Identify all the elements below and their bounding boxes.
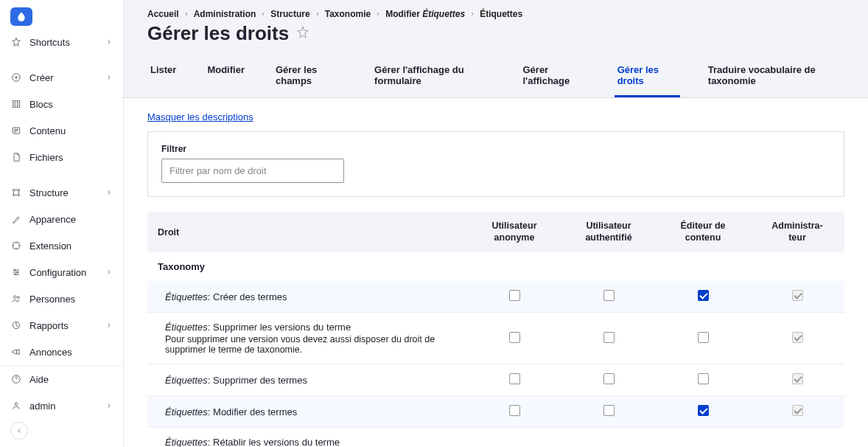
main: Accueil Administration Structure Taxonom… — [124, 0, 868, 447]
section-label: Taxonomy — [147, 252, 844, 281]
sidebar: Shortcuts Créer Blocs Contenu Fichiers S… — [0, 0, 124, 447]
checkbox-anon[interactable] — [509, 332, 520, 343]
collapse-sidebar-button[interactable] — [10, 422, 28, 440]
chevron-right-icon — [315, 9, 321, 19]
megaphone-icon — [10, 346, 22, 358]
breadcrumb-link[interactable]: Modifier Étiquettes — [385, 9, 465, 19]
checkbox-editor[interactable] — [698, 405, 709, 416]
extension-icon — [10, 240, 22, 252]
checkbox-editor[interactable] — [698, 290, 709, 301]
table-row: Étiquettes: Créer des termes — [147, 281, 844, 313]
brush-icon — [10, 213, 22, 225]
page-title: Gérer les droits — [147, 22, 289, 45]
sidebar-item-shortcuts[interactable]: Shortcuts — [0, 29, 123, 55]
people-icon — [10, 293, 22, 305]
reports-icon — [10, 319, 22, 331]
sidebar-item-personnes[interactable]: Personnes — [0, 285, 123, 312]
chevron-right-icon — [105, 267, 113, 278]
filter-input[interactable] — [161, 159, 344, 183]
sidebar-item-label: Annonces — [29, 347, 113, 358]
sidebar-item-apparence[interactable]: Apparence — [0, 206, 123, 232]
svg-point-14 — [14, 296, 17, 299]
checkbox-auth[interactable] — [603, 405, 615, 416]
permission-label: Étiquettes: Rétablir les versions du ter… — [165, 437, 460, 447]
chevron-right-icon — [105, 37, 113, 48]
breadcrumb-link[interactable]: Accueil — [147, 9, 179, 19]
chevron-right-icon — [105, 72, 113, 83]
sidebar-item-creer[interactable]: Créer — [0, 64, 123, 91]
sidebar-item-extension[interactable]: Extension — [0, 232, 123, 259]
file-icon — [10, 151, 22, 163]
tab-gerer-champs[interactable]: Gérer les champs — [273, 57, 346, 97]
checkbox-admin — [792, 290, 803, 301]
blocks-icon — [10, 98, 22, 110]
sidebar-item-label: Extension — [29, 240, 113, 252]
svg-point-7 — [18, 189, 19, 190]
breadcrumb-link[interactable]: Structure — [270, 9, 309, 19]
chevron-right-icon — [260, 9, 266, 19]
sidebar-item-structure[interactable]: Structure — [0, 179, 123, 206]
svg-rect-4 — [17, 105, 20, 108]
checkbox-editor[interactable] — [698, 332, 709, 343]
svg-rect-3 — [13, 105, 15, 108]
breadcrumb-link[interactable]: Administration — [194, 9, 256, 19]
filter-box: Filtrer — [147, 131, 844, 197]
sidebar-item-label: Aide — [29, 374, 113, 385]
sidebar-item-configuration[interactable]: Configuration — [0, 259, 123, 285]
sidebar-item-annonces[interactable]: Annonces — [0, 339, 123, 365]
sidebar-item-rapports[interactable]: Rapports — [0, 312, 123, 339]
logo[interactable] — [10, 7, 32, 26]
checkbox-anon[interactable] — [509, 373, 520, 384]
chevron-right-icon — [105, 401, 113, 412]
chevron-right-icon — [105, 320, 113, 331]
breadcrumb: Accueil Administration Structure Taxonom… — [147, 9, 844, 19]
checkbox-anon[interactable] — [509, 290, 520, 301]
chevron-right-icon — [469, 9, 475, 19]
checkbox-editor[interactable] — [698, 373, 709, 384]
permission-label: Étiquettes: Modifier des termes — [165, 406, 460, 417]
tabs: Lister Modifier Gérer les champs Gérer l… — [147, 57, 844, 97]
sidebar-item-label: admin — [29, 401, 105, 412]
sliders-icon — [10, 266, 22, 278]
col-admin: Administra-teur — [750, 212, 844, 252]
tab-traduire[interactable]: Traduire vocabulaire de taxonomie — [705, 57, 844, 97]
sidebar-item-fichiers[interactable]: Fichiers — [0, 144, 123, 170]
sidebar-item-blocs[interactable]: Blocs — [0, 91, 123, 117]
tab-lister[interactable]: Lister — [147, 57, 179, 97]
checkbox-admin — [792, 373, 803, 384]
sidebar-item-label: Shortcuts — [29, 37, 105, 48]
chevron-right-icon — [183, 9, 189, 19]
svg-rect-10 — [13, 243, 19, 249]
plus-circle-icon — [10, 72, 22, 83]
content-icon — [10, 125, 22, 136]
sidebar-item-aide[interactable]: Aide — [0, 366, 123, 392]
svg-rect-2 — [17, 101, 20, 104]
checkbox-auth[interactable] — [603, 290, 615, 301]
sidebar-item-label: Configuration — [29, 267, 105, 278]
favorite-star-icon[interactable] — [296, 26, 309, 41]
breadcrumb-link[interactable]: Taxonomie — [325, 9, 371, 19]
topbar: Accueil Administration Structure Taxonom… — [124, 0, 868, 98]
star-icon — [10, 36, 22, 48]
tab-affichage-form[interactable]: Gérer l'affichage du formulaire — [371, 57, 494, 97]
checkbox-auth[interactable] — [603, 332, 615, 343]
structure-icon — [10, 187, 22, 198]
checkbox-auth[interactable] — [603, 373, 615, 384]
svg-point-15 — [17, 297, 19, 299]
tab-modifier[interactable]: Modifier — [204, 57, 248, 97]
toggle-descriptions-link[interactable]: Masquer les descriptions — [147, 111, 253, 122]
svg-point-8 — [13, 194, 14, 195]
help-icon — [10, 373, 22, 385]
col-anon: Utilisateuranonyme — [467, 212, 561, 252]
checkbox-anon[interactable] — [509, 405, 520, 416]
sidebar-item-label: Apparence — [29, 214, 113, 225]
sidebar-item-admin[interactable]: admin — [0, 392, 123, 419]
checkbox-admin — [792, 405, 803, 416]
table-row: Étiquettes: Rétablir les versions du ter… — [147, 428, 844, 447]
permission-description: Pour supprimer une version vous devez au… — [165, 334, 460, 355]
table-row: Étiquettes: Supprimer les versions du te… — [147, 313, 844, 364]
permission-label: Étiquettes: Supprimer des termes — [165, 375, 460, 386]
tab-affichage[interactable]: Gérer l'affichage — [519, 57, 589, 97]
tab-droits[interactable]: Gérer les droits — [615, 57, 680, 97]
sidebar-item-contenu[interactable]: Contenu — [0, 117, 123, 144]
